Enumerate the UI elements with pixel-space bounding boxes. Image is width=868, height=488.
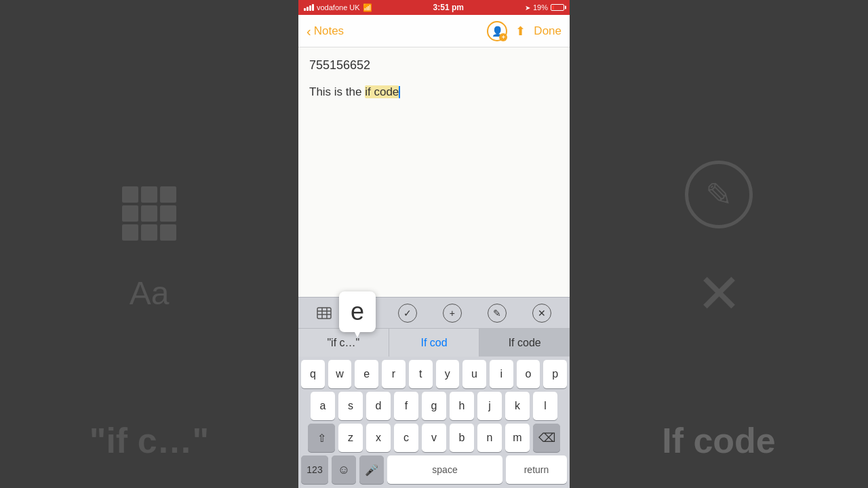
key-a[interactable]: a bbox=[311, 392, 335, 420]
text-cursor bbox=[399, 86, 400, 98]
key-s[interactable]: s bbox=[338, 392, 363, 420]
key-d[interactable]: d bbox=[366, 392, 391, 420]
key-t[interactable]: t bbox=[409, 360, 433, 388]
if-c-quote-bg: "if c…" bbox=[90, 420, 209, 461]
keyboard-row-1: q w e r t y u i o p bbox=[298, 357, 570, 388]
numbers-key[interactable]: 123 bbox=[301, 455, 328, 484]
signal-icon bbox=[304, 4, 314, 11]
status-left: vodafone UK 📶 bbox=[304, 3, 372, 12]
check-circle-icon: ✓ bbox=[398, 304, 417, 323]
if-code-right-bg: If code bbox=[662, 420, 776, 461]
phone-screen: vodafone UK 📶 3:51 pm ➤ 19% ‹ Notes bbox=[298, 0, 570, 488]
delete-key[interactable]: ⌫ bbox=[533, 424, 560, 452]
key-v[interactable]: v bbox=[422, 424, 446, 452]
insert-button[interactable]: + bbox=[437, 301, 467, 325]
add-badge: + bbox=[499, 33, 507, 41]
keyboard-row-3: ⇧ z x c v b n m ⌫ bbox=[298, 420, 570, 452]
key-n[interactable]: n bbox=[477, 424, 502, 452]
key-m[interactable]: m bbox=[505, 424, 530, 452]
key-b[interactable]: b bbox=[450, 424, 474, 452]
key-w[interactable]: w bbox=[328, 360, 352, 388]
key-c[interactable]: c bbox=[394, 424, 418, 452]
back-label: Notes bbox=[314, 24, 344, 38]
note-text: This is the if code bbox=[309, 83, 559, 101]
shift-key[interactable]: ⇧ bbox=[308, 424, 335, 452]
autocomplete-text-2: If cod bbox=[420, 337, 447, 349]
nav-actions: 👤 + ⬆ Done bbox=[487, 21, 561, 41]
key-j[interactable]: j bbox=[477, 392, 502, 420]
key-f[interactable]: f bbox=[394, 392, 418, 420]
back-arrow-icon: ‹ bbox=[307, 24, 311, 38]
svg-rect-0 bbox=[317, 308, 331, 319]
done-button[interactable]: Done bbox=[534, 24, 561, 38]
key-h[interactable]: h bbox=[450, 392, 474, 420]
pencil-circle-icon: ✎ bbox=[488, 304, 507, 323]
pencil-circle-bg: ✎ bbox=[685, 161, 753, 228]
key-r[interactable]: r bbox=[382, 360, 406, 388]
key-l[interactable]: l bbox=[533, 392, 557, 420]
key-o[interactable]: o bbox=[517, 360, 540, 388]
key-y[interactable]: y bbox=[436, 360, 460, 388]
note-content-area[interactable]: 755156652 This is the if code bbox=[298, 47, 570, 297]
autocomplete-text-3: If code bbox=[509, 337, 541, 349]
space-key[interactable]: space bbox=[387, 455, 502, 484]
battery-percent: 19% bbox=[533, 3, 548, 12]
x-icon-bg: ✕ bbox=[696, 262, 742, 325]
x-circle-icon: ✕ bbox=[532, 304, 551, 323]
autocomplete-option-2[interactable]: If cod bbox=[389, 329, 480, 357]
aa-label-bg: Aa bbox=[130, 274, 170, 312]
status-bar: vodafone UK 📶 3:51 pm ➤ 19% bbox=[298, 0, 570, 15]
close-toolbar-button[interactable]: ✕ bbox=[527, 301, 557, 325]
key-p[interactable]: p bbox=[543, 360, 567, 388]
key-popup-letter: e bbox=[351, 298, 364, 326]
key-x[interactable]: x bbox=[366, 424, 391, 452]
note-text-prefix: This is the bbox=[309, 85, 365, 98]
plus-circle-icon: + bbox=[443, 304, 462, 323]
carrier-text: vodafone UK bbox=[317, 3, 360, 12]
key-u[interactable]: u bbox=[462, 360, 486, 388]
microphone-key[interactable]: 🎤 bbox=[359, 455, 384, 484]
markup-button[interactable]: ✎ bbox=[482, 301, 512, 325]
autocomplete-bar: e "if c…" If cod If code bbox=[298, 328, 570, 357]
share-button[interactable]: ⬆ bbox=[515, 24, 526, 39]
table-icon-bg bbox=[122, 186, 176, 241]
battery-icon bbox=[551, 4, 564, 11]
key-popup: e bbox=[339, 291, 376, 332]
status-right: ➤ 19% bbox=[525, 3, 564, 12]
navigation-bar: ‹ Notes 👤 + ⬆ Done bbox=[298, 15, 570, 47]
back-button[interactable]: ‹ Notes bbox=[307, 24, 344, 38]
key-g[interactable]: g bbox=[422, 392, 446, 420]
return-key[interactable]: return bbox=[506, 455, 567, 484]
location-icon: ➤ bbox=[525, 4, 530, 12]
right-background-panel: ✎ ✕ If code bbox=[570, 0, 868, 488]
key-i[interactable]: i bbox=[490, 360, 513, 388]
add-collaborator-button[interactable]: 👤 + bbox=[487, 21, 507, 41]
status-time: 3:51 pm bbox=[433, 3, 464, 12]
wifi-icon: 📶 bbox=[363, 3, 372, 12]
note-text-highlight: if code bbox=[365, 85, 399, 98]
key-e[interactable]: e bbox=[355, 360, 378, 388]
table-toolbar-button[interactable] bbox=[311, 304, 337, 322]
autocomplete-option-1[interactable]: "if c…" bbox=[298, 329, 389, 357]
autocomplete-text-1: "if c…" bbox=[327, 337, 359, 349]
checklist-button[interactable]: ✓ bbox=[393, 301, 422, 325]
keyboard-row-bottom: 123 ☺ 🎤 space return bbox=[298, 452, 570, 488]
key-k[interactable]: k bbox=[505, 392, 530, 420]
keyboard-row-2: a s d f g h j k l bbox=[298, 388, 570, 420]
left-background-panel: Aa "if c…" bbox=[0, 0, 298, 488]
note-number: 755156652 bbox=[309, 58, 559, 73]
autocomplete-option-3[interactable]: If code bbox=[479, 329, 570, 357]
keyboard: q w e r t y u i o p a s d f g h j k bbox=[298, 357, 570, 488]
key-q[interactable]: q bbox=[301, 360, 325, 388]
emoji-key[interactable]: ☺ bbox=[332, 455, 356, 484]
screen-wrapper: Aa "if c…" ✎ ✕ If code vodafone UK 📶 bbox=[0, 0, 868, 488]
key-z[interactable]: z bbox=[338, 424, 363, 452]
